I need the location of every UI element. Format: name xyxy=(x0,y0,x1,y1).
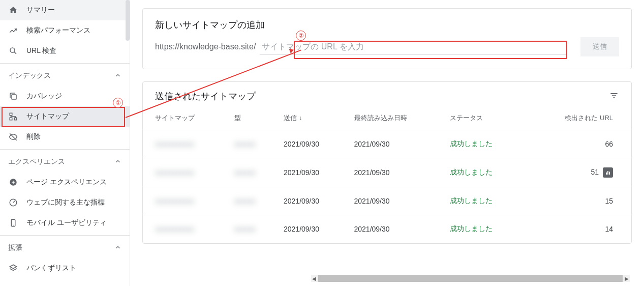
table-row[interactable]: xxxxxxxxxxxxxxxxx2021/09/302021/09/30成功し… xyxy=(143,215,631,243)
cell-sitemap: xxxxxxxxxxx xyxy=(155,140,194,148)
section-label: 拡張 xyxy=(8,243,22,252)
section-label: インデックス xyxy=(8,71,51,80)
svg-rect-2 xyxy=(12,95,16,99)
svg-rect-3 xyxy=(10,113,12,116)
table-row[interactable]: xxxxxxxxxxxxxxxxx2021/09/302021/09/30成功し… xyxy=(143,130,631,158)
cell-status: 成功しました xyxy=(444,130,525,158)
cell-last-read: 2021/09/30 xyxy=(348,158,444,187)
cell-urls: 51 xyxy=(525,158,631,187)
cell-status: 成功しました xyxy=(444,215,525,243)
nav-sitemaps[interactable]: サイトマップ xyxy=(0,106,130,127)
nav-url-inspect[interactable]: URL 検査 xyxy=(0,41,130,61)
col-urls[interactable]: 検出された URL xyxy=(525,106,631,130)
horizontal-scrollbar[interactable]: ◀ ▶ xyxy=(311,275,630,282)
svg-rect-4 xyxy=(14,118,17,120)
col-type[interactable]: 型 xyxy=(228,106,278,130)
submitted-title: 送信されたサイトマップ xyxy=(155,90,256,102)
section-label: エクスペリエンス xyxy=(8,157,65,166)
cell-last-read: 2021/09/30 xyxy=(348,215,444,243)
col-sitemap[interactable]: サイトマップ xyxy=(143,106,228,130)
nav-label: カバレッジ xyxy=(26,92,62,101)
cell-urls: 66 xyxy=(525,130,631,158)
cell-submitted: 2021/09/30 xyxy=(278,158,348,187)
chart-icon[interactable] xyxy=(603,167,613,178)
add-sitemap-card: 新しいサイトマップの追加 https://knowledge-base.site… xyxy=(142,8,632,69)
submit-button[interactable]: 送信 xyxy=(580,37,619,56)
trending-icon xyxy=(8,25,18,36)
table-row[interactable]: xxxxxxxxxxxxxxxxx2021/09/302021/09/30成功し… xyxy=(143,187,631,215)
svg-point-0 xyxy=(10,48,15,52)
submitted-sitemaps-card: 送信されたサイトマップ サイトマップ 型 送信↓ 最終読み込み日時 ステータス … xyxy=(142,81,632,244)
speed-icon xyxy=(8,197,18,208)
nav-mobile-usability[interactable]: モバイル ユーザビリティ xyxy=(0,213,130,233)
nav-label: ページ エクスペリエンス xyxy=(26,178,107,187)
nav-label: サイトマップ xyxy=(26,112,69,121)
nav-label: モバイル ユーザビリティ xyxy=(26,218,107,227)
table-row[interactable]: xxxxxxxxxxxxxxxxx2021/09/302021/09/30成功し… xyxy=(143,158,631,187)
sitemap-url-input[interactable] xyxy=(260,39,566,55)
copy-icon xyxy=(8,91,18,101)
svg-line-1 xyxy=(14,52,16,54)
cell-type: xxxxxx xyxy=(234,140,256,148)
add-sitemap-title: 新しいサイトマップの追加 xyxy=(143,9,631,37)
cell-sitemap: xxxxxxxxxxx xyxy=(155,225,194,233)
mobile-icon xyxy=(8,218,18,228)
cell-last-read: 2021/09/30 xyxy=(348,130,444,158)
cell-urls: 14 xyxy=(525,215,631,243)
col-status[interactable]: ステータス xyxy=(444,106,525,130)
svg-rect-14 xyxy=(609,172,610,175)
svg-rect-13 xyxy=(607,171,608,175)
nav-page-experience[interactable]: ページ エクスペリエンス xyxy=(0,172,130,192)
nav-removals[interactable]: 削除 xyxy=(0,127,130,147)
scroll-right-icon[interactable]: ▶ xyxy=(624,276,630,281)
nav-performance[interactable]: 検索パフォーマンス xyxy=(0,20,130,41)
search-icon xyxy=(8,46,18,56)
tree-icon xyxy=(8,111,18,122)
sort-down-icon: ↓ xyxy=(299,115,302,122)
chevron-up-icon xyxy=(114,244,121,252)
cell-sitemap: xxxxxxxxxxx xyxy=(155,197,194,205)
section-index[interactable]: インデックス xyxy=(0,66,130,86)
chevron-up-icon xyxy=(114,158,121,166)
scrollbar-thumb[interactable] xyxy=(318,275,623,282)
plus-circle-icon xyxy=(8,177,18,187)
col-last-read[interactable]: 最終読み込み日時 xyxy=(348,106,444,130)
col-submitted[interactable]: 送信↓ xyxy=(278,106,348,130)
cell-type: xxxxxx xyxy=(234,197,256,205)
cell-type: xxxxxx xyxy=(234,225,256,233)
nav-label: ウェブに関する主な指標 xyxy=(26,198,105,207)
scrollbar-thumb[interactable] xyxy=(126,0,130,41)
nav-breadcrumbs[interactable]: パンくずリスト xyxy=(0,258,130,278)
cell-last-read: 2021/09/30 xyxy=(348,187,444,215)
sidebar: サマリー 検索パフォーマンス URL 検査 インデックス カバレッジ サイトマッ… xyxy=(0,0,130,286)
hide-icon xyxy=(8,132,18,142)
section-experience[interactable]: エクスペリエンス xyxy=(0,152,130,172)
nav-summary[interactable]: サマリー xyxy=(0,0,130,20)
home-icon xyxy=(8,5,18,15)
nav-label: サマリー xyxy=(26,6,55,15)
main-content: 新しいサイトマップの追加 https://knowledge-base.site… xyxy=(130,0,644,286)
nav-core-vitals[interactable]: ウェブに関する主な指標 xyxy=(0,192,130,213)
svg-rect-12 xyxy=(606,173,607,175)
url-prefix: https://knowledge-base.site/ xyxy=(155,42,256,51)
chevron-up-icon xyxy=(114,72,121,80)
cell-status: 成功しました xyxy=(444,187,525,215)
section-enhancement[interactable]: 拡張 xyxy=(0,238,130,258)
nav-label: 削除 xyxy=(26,132,41,141)
cell-submitted: 2021/09/30 xyxy=(278,215,348,243)
nav-label: パンくずリスト xyxy=(26,264,76,273)
svg-rect-5 xyxy=(10,118,12,120)
cell-sitemap: xxxxxxxxxxx xyxy=(155,168,194,177)
scroll-left-icon[interactable]: ◀ xyxy=(311,276,317,281)
cell-status: 成功しました xyxy=(444,158,525,187)
filter-icon[interactable] xyxy=(609,91,619,102)
nav-label: 検索パフォーマンス xyxy=(26,26,90,35)
cell-urls: 15 xyxy=(525,187,631,215)
nav-coverage[interactable]: カバレッジ xyxy=(0,86,130,106)
cell-submitted: 2021/09/30 xyxy=(278,130,348,158)
sitemaps-table: サイトマップ 型 送信↓ 最終読み込み日時 ステータス 検出された URL xx… xyxy=(143,106,631,243)
svg-marker-11 xyxy=(10,265,17,269)
cell-submitted: 2021/09/30 xyxy=(278,187,348,215)
cell-type: xxxxxx xyxy=(234,168,256,177)
layers-icon xyxy=(8,263,18,273)
